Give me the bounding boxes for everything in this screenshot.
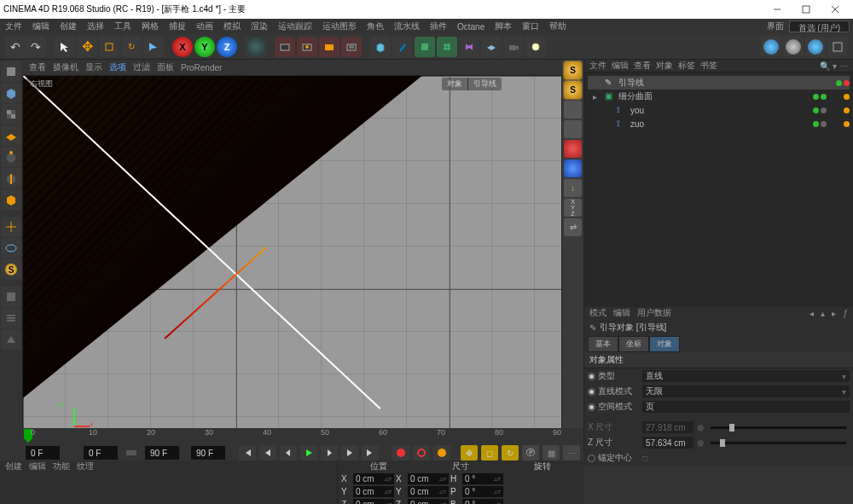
window-close-button[interactable] — [821, 0, 850, 19]
globe-2-button[interactable] — [783, 37, 804, 57]
prev-frame-button[interactable] — [280, 445, 297, 461]
live-select-tool[interactable] — [55, 37, 75, 57]
coord-size-input[interactable]: 0 cm▵▿ — [408, 473, 449, 484]
menu-item[interactable]: 窗口 — [520, 20, 541, 32]
coord-pos-input[interactable]: 0 cm▵▿ — [353, 499, 394, 504]
tree-row[interactable]: ▸▣细分曲面 — [588, 90, 850, 103]
render-view-button[interactable] — [275, 37, 295, 57]
layout-selector[interactable]: 首选 (用户) — [789, 20, 850, 32]
menu-item[interactable]: 编辑 — [31, 20, 51, 32]
snap-toggle-button[interactable]: S — [1, 259, 21, 280]
om-tab[interactable]: 查看 — [634, 60, 651, 72]
menu-item[interactable]: 动画 — [194, 20, 215, 32]
coord-pos-input[interactable]: 0 cm▵▿ — [353, 473, 394, 484]
make-editable-button[interactable] — [1, 61, 21, 82]
render-pv-button[interactable] — [319, 37, 339, 57]
prop-radio[interactable] — [588, 403, 595, 411]
key-scale-button[interactable]: ◻ — [481, 445, 498, 461]
axis-toggle-button[interactable] — [1, 217, 21, 237]
material-tab[interactable]: 创建 — [5, 461, 22, 472]
pen-tool-button[interactable] — [392, 37, 413, 57]
view-tab[interactable]: 显示 — [85, 61, 102, 73]
array-button[interactable] — [437, 37, 457, 57]
redo-button[interactable]: ↷ — [26, 40, 46, 54]
view-tab[interactable]: 摄像机 — [53, 61, 78, 73]
palette-arrow-down-icon[interactable]: ↓ — [564, 179, 582, 197]
key-pla-button[interactable]: ▦ — [543, 445, 560, 461]
autokey-button[interactable] — [413, 445, 430, 461]
palette-pen-icon[interactable] — [564, 101, 582, 119]
content-browser-button[interactable] — [827, 37, 848, 57]
key-rot-button[interactable]: ↻ — [502, 445, 519, 461]
om-tab[interactable]: 对象 — [656, 60, 673, 72]
axis-x-toggle[interactable]: X — [172, 37, 193, 57]
camera-button[interactable] — [503, 37, 524, 57]
view-tab[interactable]: 面板 — [157, 61, 174, 73]
snap-palette-icon[interactable]: S — [564, 61, 582, 79]
om-tab[interactable]: 书签 — [700, 60, 717, 72]
material-tab[interactable]: 编辑 — [29, 461, 46, 472]
coord-rot-input[interactable]: 0 °▵▿ — [462, 486, 503, 497]
menu-item[interactable]: 脚本 — [493, 20, 514, 32]
move-tool[interactable]: ✥ — [77, 37, 97, 57]
tl-start-frame[interactable]: 0 F — [26, 446, 60, 460]
menu-item[interactable]: 插件 — [428, 20, 449, 32]
record-button[interactable] — [392, 445, 409, 461]
attr-subtab[interactable]: 对象 — [649, 336, 680, 352]
coord-rot-input[interactable]: 0 °▵▿ — [462, 473, 503, 484]
last-tool[interactable] — [143, 37, 164, 57]
nurbs-button[interactable] — [415, 37, 435, 57]
attr-tab[interactable]: 模式 — [589, 307, 606, 319]
menu-item[interactable]: 工具 — [113, 20, 133, 32]
view-tab[interactable]: ProRender — [181, 63, 222, 72]
rotate-tool[interactable]: ↻ — [121, 37, 142, 57]
prop-value[interactable]: 页 — [642, 401, 850, 413]
coord-size-input[interactable]: 0 cm▵▿ — [408, 499, 449, 504]
attr-tab[interactable]: 编辑 — [613, 307, 630, 319]
view-tab[interactable]: 过滤 — [133, 61, 150, 73]
soft-select-button[interactable] — [1, 287, 21, 307]
scale-tool[interactable] — [99, 37, 119, 57]
undo-button[interactable]: ↶ — [5, 40, 26, 54]
goto-start-button[interactable] — [239, 445, 256, 461]
render-settings-button[interactable] — [341, 37, 362, 57]
next-frame-button[interactable] — [321, 445, 338, 461]
om-filter-icon[interactable]: ▾ — [833, 61, 837, 71]
material-tab[interactable]: 功能 — [53, 461, 70, 472]
menu-item[interactable]: 帮助 — [548, 20, 568, 32]
menu-item[interactable]: 创建 — [58, 20, 78, 32]
menu-item[interactable]: 角色 — [365, 20, 386, 32]
timeline-scrollbar[interactable] — [126, 450, 136, 455]
menu-item[interactable]: Octane — [456, 22, 486, 32]
window-minimize-button[interactable] — [763, 0, 792, 19]
light-button[interactable] — [525, 37, 546, 57]
om-menu-icon[interactable]: ⋯ — [839, 61, 848, 71]
menu-item[interactable]: 模拟 — [222, 20, 242, 32]
viewport-solo-button[interactable] — [1, 238, 21, 258]
material-manager[interactable]: 创建编辑功能纹理 — [0, 461, 338, 504]
attr-tab[interactable]: 用户数据 — [637, 307, 671, 319]
viewport-object-pill[interactable]: 对象 引导线 — [442, 78, 502, 90]
dim-input[interactable]: 57.634 cm — [642, 437, 693, 449]
attr-subtab[interactable]: 基本 — [588, 336, 618, 352]
anchor-radio[interactable] — [588, 455, 595, 462]
play-button[interactable] — [300, 445, 317, 461]
coord-rot-input[interactable]: 0 °▵▿ — [462, 499, 503, 504]
om-tab[interactable]: 编辑 — [612, 60, 629, 72]
prop-radio[interactable] — [588, 388, 595, 396]
view-tab[interactable]: 查看 — [29, 61, 46, 73]
menu-item[interactable]: 运动图形 — [321, 20, 358, 32]
material-tab[interactable]: 纹理 — [77, 461, 94, 472]
attr-fwd-icon[interactable]: ▸ — [832, 309, 836, 318]
floor-button[interactable] — [481, 37, 502, 57]
menu-item[interactable]: 运动跟踪 — [276, 20, 314, 32]
coord-size-input[interactable]: 0 cm▵▿ — [408, 486, 449, 497]
coord-pos-input[interactable]: 0 cm▵▿ — [353, 486, 394, 497]
palette-xyz-icon[interactable]: XYZ — [564, 199, 582, 217]
key-opts-button[interactable]: ⋯ — [563, 445, 580, 461]
window-maximize-button[interactable] — [792, 0, 821, 19]
menu-item[interactable]: 渲染 — [249, 20, 270, 32]
menu-item[interactable]: 文件 — [3, 20, 24, 32]
key-param-button[interactable]: Ⓟ — [522, 445, 539, 461]
goto-end-button[interactable] — [362, 445, 379, 461]
